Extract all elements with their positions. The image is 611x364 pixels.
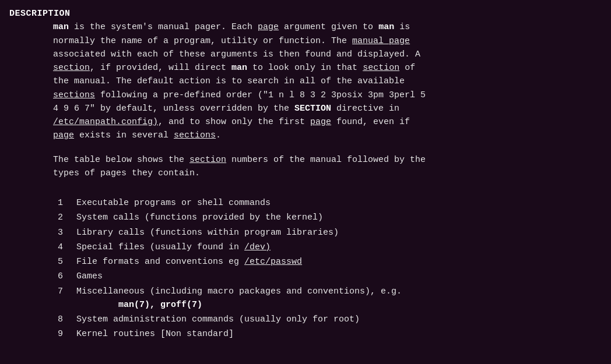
list-num: 8	[53, 313, 76, 326]
paragraph-2: The table below shows the section number…	[53, 153, 602, 181]
p1-text11: found, even if	[331, 117, 410, 127]
gap-2	[53, 180, 602, 190]
section-underline-2: section	[363, 63, 399, 73]
list-item: 4 Special files (usually found in /dev)	[53, 241, 602, 254]
list-item: 5 File formats and conventions eg /etc/p…	[53, 255, 602, 268]
list-text: Games	[76, 270, 103, 283]
gap-1	[53, 143, 602, 153]
sections-underline-1: sections	[53, 90, 95, 100]
p1-text10: , and to show only the first	[158, 117, 310, 127]
list-num: 3	[53, 226, 76, 239]
p1-text13: .	[216, 130, 221, 140]
page-underline-1: page	[258, 22, 279, 32]
list-item: 9 Kernel routines [Non standard]	[53, 327, 602, 341]
manpath-underline: /etc/manpath.config)	[53, 117, 158, 127]
sections-underline-2: sections	[174, 130, 216, 140]
section-underline-3: section	[189, 155, 226, 165]
description-section: DESCRIPTION man is the system's manual p…	[9, 7, 602, 341]
section-underline-1: section	[53, 63, 90, 73]
list-text: Executable programs or shell commands	[76, 196, 271, 210]
list-section: 1 Executable programs or shell commands …	[53, 196, 602, 341]
list-num: 9	[53, 327, 76, 341]
p1-text4: associated with each of these arguments …	[53, 50, 420, 59]
list-text: Library calls (functions within program …	[76, 226, 339, 239]
list-text: System calls (functions provided by the …	[76, 211, 323, 224]
page-underline-2: page	[310, 117, 331, 127]
man-bold-2: man	[378, 22, 394, 32]
list-num: 2	[53, 211, 76, 224]
list-text: File formats and conventions eg /etc/pas…	[76, 255, 302, 268]
list-text: Miscellaneous (including macro packages …	[76, 285, 402, 312]
paragraph-1: man is the system's manual pager. Each p…	[53, 20, 602, 142]
list-item: 6 Games	[53, 270, 602, 283]
dev-underline: /dev)	[244, 242, 271, 252]
man7-bold: man(7), groff(7)	[118, 300, 202, 310]
list-text: Kernel routines [Non standard]	[76, 327, 234, 341]
p1-text6: to look only in that	[247, 63, 363, 73]
list-item: 2 System calls (functions provided by th…	[53, 211, 602, 224]
passwd-underline: /etc/passwd	[244, 257, 302, 267]
list-text: Special files (usually found in /dev)	[76, 241, 271, 254]
p1-text5: , if provided, will direct	[90, 63, 231, 73]
list-num: 6	[53, 270, 76, 283]
p1-text2: argument given to	[279, 22, 378, 32]
p1-text1: is the system's manual pager. Each	[69, 22, 258, 32]
list-num: 5	[53, 255, 76, 268]
page-underline-3: page	[53, 130, 74, 140]
section-header: DESCRIPTION	[9, 9, 71, 19]
p1-text9: directive in	[331, 104, 399, 114]
list-num: 4	[53, 241, 76, 254]
description-body: man is the system's manual pager. Each p…	[53, 20, 602, 341]
p2-text1: The table below shows the	[53, 155, 189, 165]
man-bold-3: man	[231, 63, 247, 73]
list-item: 8 System administration commands (usuall…	[53, 313, 602, 326]
list-item: 7 Miscellaneous (including macro package…	[53, 285, 602, 312]
list-num: 1	[53, 196, 76, 210]
manual-page-underline: manual page	[352, 36, 410, 46]
p1-text12: exists in several	[74, 130, 174, 140]
section-bold: SECTION	[294, 104, 331, 114]
list-item: 1 Executable programs or shell commands	[53, 196, 602, 210]
list-item: 3 Library calls (functions within progra…	[53, 226, 602, 239]
list-text: System administration commands (usually …	[76, 313, 360, 326]
man-bold-1: man	[53, 22, 69, 32]
list-num: 7	[53, 285, 76, 312]
